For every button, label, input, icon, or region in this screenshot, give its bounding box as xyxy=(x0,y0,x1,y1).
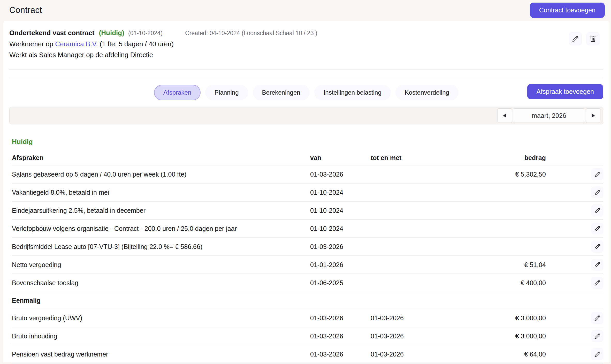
tab-instellingen-belasting[interactable]: Instellingen belasting xyxy=(314,85,391,100)
page-title: Contract xyxy=(9,5,42,15)
table-row: Bedrijfsmiddel Lease auto [07-VTU-3] (Bi… xyxy=(12,238,603,256)
edit-afspraak-button[interactable] xyxy=(591,330,603,342)
employee-line: Werknemer op Ceramica B.V. (1 fte: 5 dag… xyxy=(9,39,603,49)
afspraak-bedrag: € 51,04 xyxy=(448,261,546,269)
afspraak-van: 01-03-2026 xyxy=(310,351,371,358)
pencil-icon xyxy=(593,188,601,196)
edit-contract-button[interactable] xyxy=(569,32,582,46)
edit-afspraak-button[interactable] xyxy=(591,348,603,360)
employee-line-prefix: Werknemer op xyxy=(9,40,53,48)
afspraak-van: 01-10-2024 xyxy=(310,225,371,232)
afspraak-label: Eindejaarsuitkering 2.5%, betaald in dec… xyxy=(12,207,310,214)
tab-list: Afspraken Planning Berekeningen Instelli… xyxy=(9,84,603,101)
afspraak-label: Verlofopbouw volgens organisatie - Contr… xyxy=(12,225,310,232)
table-row: Netto vergoeding 01-01-2026 € 51,04 xyxy=(12,256,603,274)
afspraak-label: Bruto vergoeding (UWV) xyxy=(12,314,310,322)
table-row: Vakantiegeld 8.0%, betaald in mei 01-10-… xyxy=(12,184,603,202)
afspraak-van: 01-10-2024 xyxy=(310,207,371,214)
afspraak-van: 01-03-2026 xyxy=(310,314,371,322)
table-row: Eindejaarsuitkering 2.5%, betaald in dec… xyxy=(12,202,603,220)
subsection-row: Eenmalig xyxy=(12,292,603,309)
edit-afspraak-button[interactable] xyxy=(591,168,603,180)
table-row: Bruto vergoeding (UWV) 01-03-2026 01-03-… xyxy=(12,309,603,327)
edit-afspraak-button[interactable] xyxy=(591,259,603,271)
pencil-icon xyxy=(593,207,601,214)
afspraak-van: 01-10-2024 xyxy=(310,189,371,196)
afspraak-van: 01-06-2025 xyxy=(310,279,371,287)
pencil-icon xyxy=(593,261,601,269)
afspraak-label: Bruto inhouding xyxy=(12,332,310,340)
contract-title-line: Ondertekend vast contract (Huidig) (01-1… xyxy=(9,27,603,39)
pencil-icon xyxy=(593,170,601,178)
pencil-icon xyxy=(593,279,601,287)
edit-afspraak-button[interactable] xyxy=(591,204,603,216)
trash-icon xyxy=(589,35,597,43)
afspraak-tot: 01-03-2026 xyxy=(371,314,448,322)
add-contract-button[interactable]: Contract toevoegen xyxy=(530,3,605,18)
contract-created-info: Created: 04-10-2024 (Loonschaal Schaal 1… xyxy=(185,30,317,36)
top-bar: Contract Contract toevoegen xyxy=(0,0,611,21)
pencil-icon xyxy=(571,35,579,43)
current-month-display[interactable]: maart, 2026 xyxy=(513,108,585,123)
table-row: Verlofopbouw volgens organisatie - Contr… xyxy=(12,220,603,238)
pencil-icon xyxy=(593,243,601,251)
pencil-icon xyxy=(593,332,601,340)
afspraken-table: Afspraken van tot en met bedrag Salaris … xyxy=(12,150,603,363)
pencil-icon xyxy=(593,350,601,358)
month-navigator: maart, 2026 xyxy=(498,108,600,123)
tab-kostenverdeling[interactable]: Kostenverdeling xyxy=(395,85,459,100)
chevron-left-icon xyxy=(503,113,506,118)
afspraak-bedrag: € 5.302,50 xyxy=(448,171,546,178)
next-month-button[interactable] xyxy=(586,108,600,123)
role-line: Werkt als Sales Manager op de afdeling D… xyxy=(9,49,603,60)
table-row: Bovenschaalse toeslag 01-06-2025 € 400,0… xyxy=(12,274,603,292)
employee-line-suffix: (1 fte: 5 dagen / 40 uren) xyxy=(100,40,174,48)
afspraak-label: Pensioen vast bedrag werknemer xyxy=(12,351,310,358)
afspraak-van: 01-01-2026 xyxy=(310,261,371,269)
delete-contract-button[interactable] xyxy=(586,32,600,46)
pencil-icon xyxy=(593,225,601,232)
column-header-bedrag: bedrag xyxy=(448,154,546,162)
afspraak-van: 01-03-2026 xyxy=(310,332,371,340)
tab-afspraken[interactable]: Afspraken xyxy=(154,85,201,100)
tab-berekeningen[interactable]: Berekeningen xyxy=(253,85,310,100)
previous-month-button[interactable] xyxy=(498,108,512,123)
table-row: Salaris gebaseerd op 5 dagen / 40.0 uren… xyxy=(12,165,603,184)
company-link[interactable]: Ceramica B.V. xyxy=(55,40,98,48)
contract-card: Ondertekend vast contract (Huidig) (01-1… xyxy=(3,21,609,362)
afspraak-bedrag: € 64,00 xyxy=(448,351,546,358)
edit-afspraak-button[interactable] xyxy=(591,241,603,253)
afspraak-bedrag: € 400,00 xyxy=(448,279,546,287)
subsection-heading-eenmalig: Eenmalig xyxy=(12,297,310,304)
column-header-van: van xyxy=(310,154,371,162)
contract-card-header: Ondertekend vast contract (Huidig) (01-1… xyxy=(9,27,603,60)
table-row: Bruto inhouding 01-03-2026 01-03-2026 € … xyxy=(12,327,603,345)
afspraak-bedrag: € 3.000,00 xyxy=(448,314,546,322)
table-header-row: Afspraken van tot en met bedrag xyxy=(12,150,603,165)
contract-title: Ondertekend vast contract xyxy=(9,29,94,37)
pencil-icon xyxy=(593,314,601,322)
afspraak-tot: 01-03-2026 xyxy=(371,332,448,340)
header-divider-1 xyxy=(9,69,603,70)
edit-afspraak-button[interactable] xyxy=(591,186,603,198)
chevron-right-icon xyxy=(592,113,595,118)
header-divider-2 xyxy=(9,77,603,77)
tabs-row: Afspraken Planning Berekeningen Instelli… xyxy=(9,84,603,101)
afspraak-tot: 01-03-2026 xyxy=(371,351,448,358)
afspraak-label: Bedrijfsmiddel Lease auto [07-VTU-3] (Bi… xyxy=(12,243,310,251)
contract-actions xyxy=(569,32,600,46)
edit-afspraak-button[interactable] xyxy=(591,223,603,234)
edit-afspraak-button[interactable] xyxy=(591,312,603,324)
add-afspraak-button[interactable]: Afspraak toevoegen xyxy=(527,84,603,99)
contract-status-badge: (Huidig) xyxy=(99,29,124,37)
table-row: Pensioen vast bedrag werknemer 01-03-202… xyxy=(12,345,603,363)
afspraak-label: Bovenschaalse toeslag xyxy=(12,279,310,287)
column-header-tot-en-met: tot en met xyxy=(371,154,448,162)
afspraak-label: Vakantiegeld 8.0%, betaald in mei xyxy=(12,189,310,196)
afspraak-bedrag: € 3.000,00 xyxy=(448,332,546,340)
column-header-afspraken: Afspraken xyxy=(12,154,310,162)
afspraak-label: Netto vergoeding xyxy=(12,261,310,269)
afspraak-van: 01-03-2026 xyxy=(310,171,371,178)
tab-planning[interactable]: Planning xyxy=(205,85,248,100)
edit-afspraak-button[interactable] xyxy=(591,277,603,289)
